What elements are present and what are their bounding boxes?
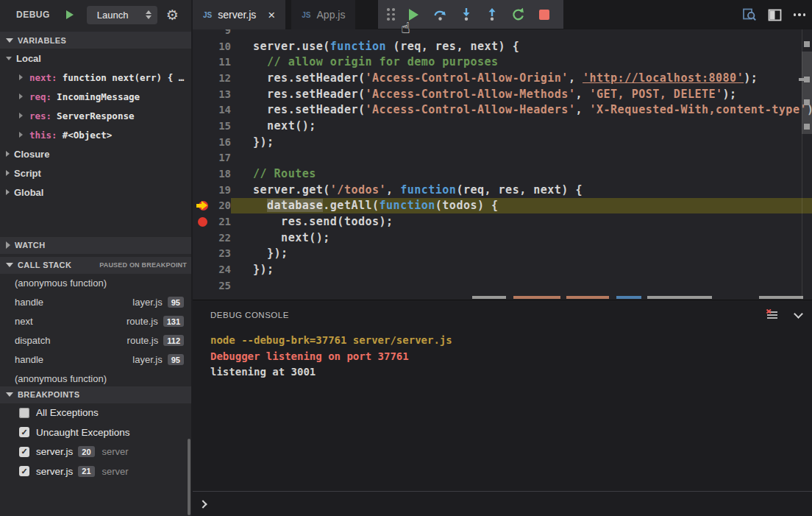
breakpoint-gutter[interactable] — [193, 230, 212, 246]
line-content — [231, 29, 812, 38]
line-content: }); — [231, 261, 812, 278]
clear-console-icon[interactable] — [766, 309, 779, 321]
step-into-button[interactable] — [453, 4, 480, 26]
breakpoint-row[interactable]: ✓Uncaught Exceptions — [0, 423, 191, 442]
call-stack-section-header[interactable]: CALL STACK PAUSED ON BREAKPOINT — [0, 257, 191, 274]
restart-button[interactable] — [505, 4, 532, 26]
line-number: 13 — [212, 88, 231, 100]
stop-icon — [539, 10, 549, 20]
code-token: ); — [744, 71, 758, 85]
breakpoint-gutter[interactable] — [193, 38, 212, 54]
chevron-collapsed-icon — [6, 189, 10, 195]
code-editor[interactable]: 910server.use(function (req, res, next) … — [193, 29, 812, 300]
scope-closure[interactable]: Closure — [0, 144, 191, 163]
line-content: // allow origin for demo purposes — [231, 54, 812, 70]
stack-frame-row[interactable]: (anonymous function) — [0, 370, 191, 386]
stack-frame-row[interactable]: nextroute.js131 — [0, 312, 191, 331]
collapse-panel-icon[interactable] — [794, 309, 803, 319]
variable-value: IncomingMessage — [57, 91, 140, 102]
scope-script[interactable]: Script — [0, 163, 191, 183]
editor-scrollbar[interactable] — [802, 52, 812, 134]
variables-title: VARIABLES — [18, 36, 66, 45]
breakpoint-gutter[interactable] — [193, 29, 212, 38]
frame-name: dispatch — [15, 335, 50, 346]
breakpoint-checkbox[interactable]: ✓ — [19, 466, 29, 476]
breakpoint-gutter[interactable] — [193, 86, 212, 102]
frame-name: handle — [15, 297, 43, 308]
tab-app-js[interactable]: JS App.js — [291, 0, 355, 29]
js-file-icon: JS — [302, 11, 310, 19]
line-number: 12 — [212, 72, 231, 84]
breakpoint-row[interactable]: All Exceptions — [0, 403, 191, 423]
console-output: node --debug-brk=37761 server/server.jsD… — [193, 330, 812, 381]
breakpoint-checkbox[interactable]: ✓ — [19, 427, 29, 437]
close-tab-icon[interactable]: × — [268, 9, 275, 21]
scope-global[interactable]: Global — [0, 183, 191, 202]
breakpoint-gutter[interactable] — [193, 134, 212, 150]
breakpoint-checkbox[interactable] — [19, 408, 29, 418]
split-editor-button[interactable] — [762, 4, 787, 26]
launch-config-select[interactable]: Launch — [87, 6, 157, 24]
ruler-marker — [804, 41, 810, 47]
chevron-collapsed-icon — [6, 151, 10, 157]
more-actions-button[interactable] — [787, 4, 812, 26]
code-token: // Routes — [253, 167, 316, 180]
breakpoint-checkbox[interactable]: ✓ — [19, 447, 29, 457]
start-debug-icon[interactable] — [66, 10, 74, 19]
code-line: 17 — [193, 150, 812, 166]
configure-gear-icon[interactable]: ⚙ — [166, 8, 179, 22]
breakpoint-gutter[interactable] — [193, 102, 212, 118]
debug-toolbar — [378, 0, 563, 29]
stack-frame-row[interactable]: dispatchroute.js112 — [0, 331, 191, 350]
stack-frame-row[interactable]: handlelayer.js95 — [0, 350, 191, 370]
frame-name: (anonymous function) — [15, 278, 107, 289]
chevron-collapsed-icon — [6, 170, 10, 176]
breakpoint-gutter[interactable] — [193, 246, 212, 262]
scope-local[interactable]: Local — [0, 49, 191, 68]
breakpoint-gutter[interactable] — [193, 278, 212, 294]
stack-frame-row[interactable]: handlelayer.js95 — [0, 293, 191, 312]
variable-row[interactable]: req:IncomingMessage — [0, 87, 191, 106]
variable-row[interactable]: this:#<Object> — [0, 125, 191, 144]
breakpoint-gutter[interactable] — [193, 213, 212, 230]
code-token: function — [400, 183, 456, 197]
drag-handle-icon[interactable] — [387, 8, 395, 21]
open-preview-button[interactable] — [737, 4, 762, 26]
stop-button[interactable] — [532, 4, 558, 26]
breakpoint-gutter[interactable] — [193, 118, 212, 134]
code-line: 9 — [193, 29, 812, 38]
breakpoint-row[interactable]: ✓server.js21server — [0, 462, 191, 481]
step-into-icon — [460, 7, 472, 21]
code-token: , — [569, 71, 583, 85]
breakpoints-section-header[interactable]: BREAKPOINTS — [0, 386, 191, 403]
variables-section-header[interactable]: VARIABLES — [0, 32, 191, 49]
chevron-collapsed-icon — [19, 132, 23, 138]
breakpoint-gutter[interactable] — [193, 182, 212, 198]
tab-server-js[interactable]: JS server.js × — [193, 0, 285, 29]
stack-frame-row[interactable]: (anonymous function) — [0, 274, 191, 293]
console-input[interactable] — [193, 491, 812, 516]
code-token: next(); — [253, 231, 330, 244]
code-token: function — [380, 199, 435, 212]
variable-row[interactable]: next:function next(err) { … — [0, 68, 191, 87]
line-content: }); — [231, 134, 812, 150]
variable-row[interactable]: res:ServerResponse — [0, 106, 191, 125]
step-out-button[interactable] — [480, 4, 506, 26]
breakpoint-gutter[interactable] — [193, 261, 212, 278]
sidebar-scrollbar[interactable] — [188, 439, 190, 515]
current-breakpoint-icon — [196, 200, 208, 211]
breakpoint-gutter[interactable] — [193, 70, 212, 86]
step-out-icon — [486, 7, 498, 21]
continue-button[interactable] — [401, 4, 427, 26]
step-over-button[interactable] — [427, 4, 454, 26]
line-content: res.setHeader('Access-Control-Allow-Orig… — [231, 70, 812, 86]
breakpoint-gutter[interactable] — [193, 166, 212, 182]
line-number: 19 — [212, 184, 231, 196]
breakpoints-list: All Exceptions✓Uncaught Exceptions✓serve… — [0, 403, 191, 516]
breakpoint-row[interactable]: ✓server.js20server — [0, 442, 191, 462]
watch-section-header[interactable]: WATCH — [0, 237, 191, 254]
breakpoint-gutter[interactable] — [193, 54, 212, 70]
breakpoint-gutter[interactable] — [193, 198, 212, 214]
breakpoint-gutter[interactable] — [193, 150, 212, 166]
launch-config-value: Launch — [97, 10, 146, 21]
